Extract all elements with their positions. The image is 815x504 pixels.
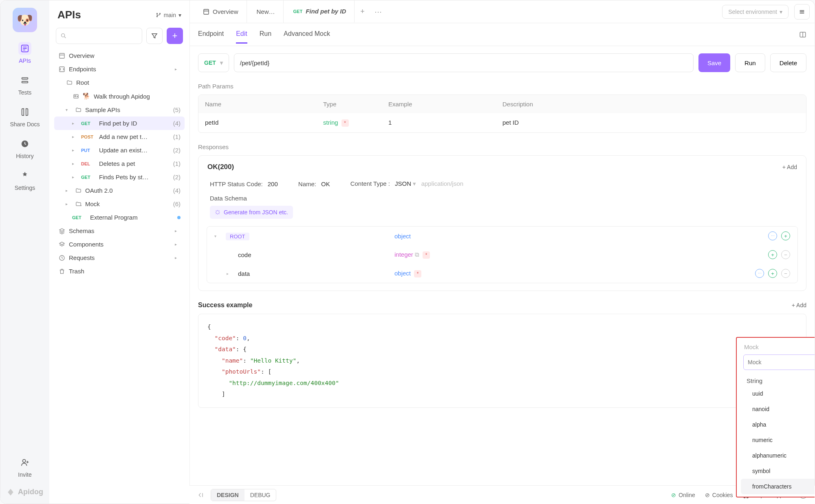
tree-oauth[interactable]: ▸ OAuth 2.0 (4)	[54, 184, 185, 197]
tree-update-pet[interactable]: ▸ PUT Update an exist… (2)	[54, 143, 185, 157]
add-response-button[interactable]: + Add	[782, 164, 797, 170]
subtab-edit[interactable]: Edit	[236, 30, 247, 44]
delete-button[interactable]: Delete	[770, 53, 806, 72]
tab-new[interactable]: New…	[249, 0, 284, 23]
svg-rect-9	[59, 53, 64, 58]
online-status[interactable]: ⊘Online	[671, 492, 695, 498]
add-example-button[interactable]: + Add	[792, 302, 806, 308]
columns-icon	[799, 31, 806, 38]
add-icon[interactable]: +	[781, 231, 790, 240]
mock-item-nanoid[interactable]: nanoidⓘ	[741, 401, 815, 417]
path-params-title: Path Params	[198, 83, 806, 90]
branch-selector[interactable]: main ▾	[156, 12, 181, 18]
tree-mock[interactable]: ▸ Mock (6)	[54, 197, 185, 211]
tree-find-by-status[interactable]: ▸ GET Finds Pets by st… (2)	[54, 170, 185, 184]
tree-overview[interactable]: Overview	[54, 49, 185, 62]
search-input[interactable]	[56, 28, 142, 44]
tree-trash[interactable]: Trash	[54, 264, 185, 278]
method-selector[interactable]: GET ▾	[198, 53, 229, 72]
generate-button[interactable]: Generate from JSON etc.	[210, 206, 293, 219]
schema-code[interactable]: code integer ⧉* + −	[207, 245, 797, 264]
mock-item-fromcharacters[interactable]: fromCharactersⓘ	[741, 479, 815, 494]
search-icon	[60, 33, 67, 39]
mock-item-alphanumeric[interactable]: alphanumericⓘ	[741, 448, 815, 463]
remove-icon[interactable]: −	[781, 269, 790, 278]
run-button[interactable]: Run	[735, 53, 765, 72]
add-icon[interactable]: +	[768, 269, 777, 278]
tree-schemas[interactable]: Schemas ▸	[54, 224, 185, 238]
rail-item-sharedocs[interactable]: Share Docs	[10, 106, 40, 128]
tree-root[interactable]: Root	[54, 76, 185, 89]
chevron-right-icon: ▸	[66, 202, 71, 206]
components-icon	[58, 241, 66, 248]
url-input[interactable]	[234, 53, 694, 72]
subtab-endpoint[interactable]: Endpoint	[198, 30, 224, 39]
rail-label: Tests	[18, 89, 32, 96]
menu-button[interactable]	[794, 4, 810, 20]
tab-overview[interactable]: Overview	[195, 0, 247, 23]
tree-external-program[interactable]: GET External Program	[54, 211, 185, 224]
mock-item-alpha[interactable]: alphaⓘ	[741, 417, 815, 432]
subtab-advanced-mock[interactable]: Advanced Mock	[284, 30, 330, 39]
responses-title: Responses	[198, 143, 806, 150]
tree-walkthrough[interactable]: 🐕 Walk through Apidog	[54, 89, 185, 103]
rail-item-history[interactable]: History	[16, 137, 34, 159]
tree-endpoints[interactable]: Endpoints ▸	[54, 62, 185, 76]
rail-item-invite[interactable]: Invite	[18, 456, 31, 478]
rail-item-tests[interactable]: Tests	[18, 74, 32, 96]
cookies-button[interactable]: ⊘Cookies	[705, 492, 733, 498]
mock-input[interactable]	[743, 354, 815, 370]
tree-sample-apis[interactable]: ▾ Sample APIs (5)	[54, 103, 185, 117]
chevron-right-icon: ▸	[72, 175, 78, 179]
subtab-run[interactable]: Run	[260, 30, 271, 39]
chevron-down-icon: ▾	[178, 12, 181, 18]
tree-add-pet[interactable]: ▸ POST Add a new pet t… (1)	[54, 130, 185, 143]
schema-data[interactable]: ▸ data object* ⋯ + −	[207, 264, 797, 283]
svg-rect-13	[204, 9, 209, 14]
environment-selector[interactable]: Select environment ▾	[722, 5, 789, 19]
required-badge: *	[414, 270, 421, 277]
response-box: OK(200) + Add HTTP Status Code:200 Name:…	[198, 155, 806, 291]
filter-button[interactable]	[146, 28, 163, 44]
params-table: Name Type Example Description petId stri…	[198, 95, 806, 133]
chevron-down-icon: ▾	[220, 59, 223, 66]
chevron-right-icon: ▸	[72, 148, 78, 152]
more-icon[interactable]: ⋯	[768, 231, 777, 240]
required-badge: *	[341, 119, 349, 127]
mock-item-symbol[interactable]: symbolⓘ	[741, 463, 815, 479]
param-row[interactable]: petId string* 1 pet ID	[198, 113, 806, 132]
remove-icon[interactable]: −	[781, 250, 790, 259]
tree-requests[interactable]: Requests ▸	[54, 251, 185, 264]
layout-toggle[interactable]	[799, 31, 806, 38]
mode-design[interactable]: DESIGN	[211, 489, 244, 501]
schema-root[interactable]: ▾ ROOT object ⋯ +	[207, 227, 797, 245]
chevron-right-icon: ▸	[72, 161, 78, 166]
invite-icon	[18, 456, 31, 469]
mock-item-uuid[interactable]: uuidⓘ	[741, 386, 815, 401]
rail-item-apis[interactable]: APIs	[18, 42, 31, 64]
collapse-sidebar-button[interactable]	[198, 492, 204, 498]
mock-item-numeric[interactable]: numericⓘ	[741, 432, 815, 448]
api-tree: Overview Endpoints ▸ Root 🐕 Walk through…	[54, 49, 185, 504]
save-button[interactable]: Save	[698, 53, 730, 72]
rail-item-settings[interactable]: Settings	[15, 169, 35, 191]
more-tabs-button[interactable]: ⋯	[370, 7, 386, 16]
add-button[interactable]: +	[167, 28, 183, 44]
col-name: Name	[198, 95, 317, 113]
tab-find-pet[interactable]: GET Find pet by ID	[285, 0, 355, 23]
tree-delete-pet[interactable]: ▸ DEL Deletes a pet (1)	[54, 157, 185, 170]
more-icon[interactable]: ⋯	[755, 269, 764, 278]
tree-find-pet[interactable]: ▸ GET Find pet by ID (4)	[54, 117, 185, 130]
workspace-avatar[interactable]: 🐶	[13, 8, 37, 32]
sidebar: APIs main ▾ + Overview Endpoints ▸	[49, 0, 190, 504]
add-tab-button[interactable]: +	[356, 7, 369, 16]
mode-debug[interactable]: DEBUG	[244, 489, 276, 501]
filter-icon	[151, 32, 158, 40]
svg-point-6	[156, 16, 157, 17]
add-icon[interactable]: +	[768, 250, 777, 259]
response-status: OK(200)	[207, 163, 234, 171]
mode-segment[interactable]: DESIGN DEBUG	[211, 489, 276, 501]
svg-rect-2	[22, 81, 28, 83]
tab-bar: Overview New… GET Find pet by ID + ⋯ Sel…	[190, 0, 815, 23]
tree-components[interactable]: Components ▸	[54, 238, 185, 251]
